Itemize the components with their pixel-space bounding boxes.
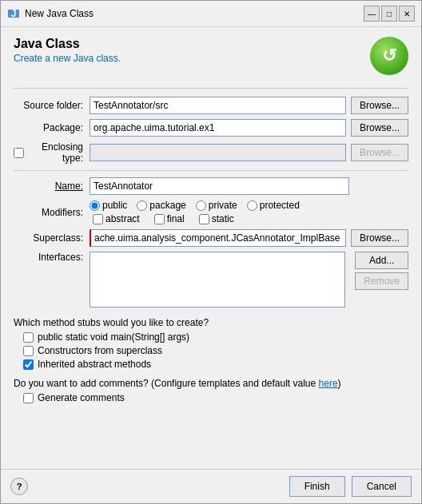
modifiers-label: Modifiers:	[14, 207, 90, 218]
generate-comments-item[interactable]: Generate comments	[23, 392, 408, 403]
add-interface-button[interactable]: Add...	[355, 252, 408, 269]
name-label: Name:	[14, 181, 90, 192]
comments-section: Do you want to add comments? (Configure …	[14, 378, 408, 403]
divider-1	[14, 88, 408, 89]
stub-inherited[interactable]: Inherited abstract methods	[23, 359, 408, 370]
dialog-content: Java Class Create a new Java class. Sour…	[1, 27, 421, 469]
interfaces-list[interactable]	[90, 252, 345, 308]
remove-interface-button[interactable]: Remove	[355, 272, 408, 290]
superclass-browse-button[interactable]: Browse...	[351, 229, 408, 247]
superclass-row: Superclass: Browse...	[14, 229, 408, 247]
modifier-protected-label: protected	[260, 200, 300, 211]
enclosing-type-label-cell: Enclosing type:	[14, 141, 90, 164]
modifier-private-label: private	[209, 200, 237, 211]
divider-2	[14, 170, 408, 171]
source-folder-input[interactable]	[90, 97, 346, 114]
comments-items: Generate comments	[23, 392, 408, 403]
stub-main-label: public static void main(String[] args)	[38, 331, 189, 343]
close-button[interactable]: ✕	[399, 6, 415, 22]
interfaces-row: Interfaces: Add... Remove	[14, 252, 408, 308]
stub-inherited-label: Inherited abstract methods	[38, 359, 151, 370]
title-bar: J New Java Class — □ ✕	[1, 1, 421, 27]
maximize-button[interactable]: □	[381, 6, 397, 22]
modifier-final[interactable]: final	[154, 213, 185, 224]
comments-question-text: Do you want to add comments? (Configure …	[14, 378, 316, 389]
dialog-subtitle: Create a new Java class.	[14, 53, 121, 64]
generate-comments-label: Generate comments	[38, 392, 125, 403]
stub-main[interactable]: public static void main(String[] args)	[23, 331, 408, 343]
stubs-title: Which method stubs would you like to cre…	[14, 317, 408, 328]
modifier-public[interactable]: public	[90, 200, 127, 211]
other-modifiers-group: abstract final static	[93, 213, 408, 224]
modifier-private-radio[interactable]	[196, 200, 206, 211]
minimize-button[interactable]: —	[364, 6, 380, 22]
modifier-static-label: static	[212, 213, 234, 224]
superclass-label: Superclass:	[14, 232, 90, 244]
name-row: Name:	[14, 177, 408, 195]
enclosing-browse-button[interactable]: Browse...	[351, 144, 408, 161]
modifier-final-label: final	[167, 213, 185, 224]
package-input[interactable]	[90, 119, 346, 137]
modifier-protected-radio[interactable]	[247, 200, 257, 211]
source-folder-row: Source folder: Browse...	[14, 97, 408, 114]
package-row: Package: Browse...	[14, 119, 408, 137]
modifier-static-checkbox[interactable]	[199, 214, 209, 224]
package-browse-button[interactable]: Browse...	[351, 119, 408, 137]
new-java-class-dialog: J New Java Class — □ ✕ Java Class Create…	[0, 0, 422, 504]
name-input[interactable]	[90, 177, 349, 195]
title-bar-text: New Java Class	[25, 8, 364, 19]
bottom-bar: ? Finish Cancel	[1, 469, 421, 503]
dialog-icon: J	[7, 7, 20, 20]
help-button[interactable]: ?	[10, 478, 28, 495]
java-icon	[370, 37, 408, 75]
modifier-public-label: public	[102, 200, 127, 211]
stub-constructors-checkbox[interactable]	[23, 346, 34, 356]
modifier-final-checkbox[interactable]	[154, 214, 165, 224]
interfaces-buttons: Add... Remove	[350, 252, 408, 290]
enclosing-type-input[interactable]	[90, 144, 346, 161]
finish-button[interactable]: Finish	[289, 476, 345, 497]
modifier-abstract-label: abstract	[106, 213, 140, 224]
modifier-public-radio[interactable]	[90, 200, 100, 211]
modifier-abstract-checkbox[interactable]	[93, 214, 103, 224]
comments-here-link[interactable]: here	[319, 378, 338, 389]
stub-constructors-label: Constructors from superclass	[38, 345, 162, 356]
superclass-input[interactable]	[90, 229, 346, 247]
bottom-right: Finish Cancel	[289, 476, 412, 497]
enclosing-type-row: Enclosing type: Browse...	[14, 141, 408, 164]
stubs-items: public static void main(String[] args) C…	[23, 331, 408, 370]
modifier-private[interactable]: private	[196, 200, 237, 211]
svg-text:J: J	[11, 8, 17, 19]
access-modifiers-group: public package private protected	[90, 200, 408, 211]
enclosing-type-checkbox[interactable]	[14, 148, 24, 158]
package-label: Package:	[14, 122, 90, 133]
source-folder-browse-button[interactable]: Browse...	[351, 97, 408, 114]
dialog-title: Java Class	[14, 37, 121, 51]
modifiers-row: Modifiers: public package pr	[14, 200, 408, 224]
cancel-button[interactable]: Cancel	[352, 476, 412, 497]
stub-constructors[interactable]: Constructors from superclass	[23, 345, 408, 356]
stub-inherited-checkbox[interactable]	[23, 359, 34, 370]
header-left: Java Class Create a new Java class.	[14, 37, 121, 64]
bottom-left: ?	[10, 478, 28, 495]
generate-comments-checkbox[interactable]	[23, 393, 34, 403]
form-section: Source folder: Browse... Package: Browse…	[14, 97, 408, 308]
stubs-section: Which method stubs would you like to cre…	[14, 317, 408, 370]
source-folder-label: Source folder:	[14, 100, 90, 111]
header-section: Java Class Create a new Java class.	[14, 37, 408, 75]
modifier-package[interactable]: package	[137, 200, 185, 211]
stub-main-checkbox[interactable]	[23, 332, 34, 343]
modifier-package-radio[interactable]	[137, 200, 147, 211]
interfaces-label: Interfaces:	[14, 252, 90, 263]
modifier-package-label: package	[149, 200, 185, 211]
modifier-abstract[interactable]: abstract	[93, 213, 140, 224]
title-bar-buttons: — □ ✕	[364, 6, 415, 22]
modifier-static[interactable]: static	[199, 213, 234, 224]
enclosing-type-label-text: Enclosing type:	[27, 141, 83, 164]
comments-question: Do you want to add comments? (Configure …	[14, 378, 408, 389]
modifiers-inner: public package private protected	[90, 200, 408, 224]
modifier-protected[interactable]: protected	[247, 200, 300, 211]
